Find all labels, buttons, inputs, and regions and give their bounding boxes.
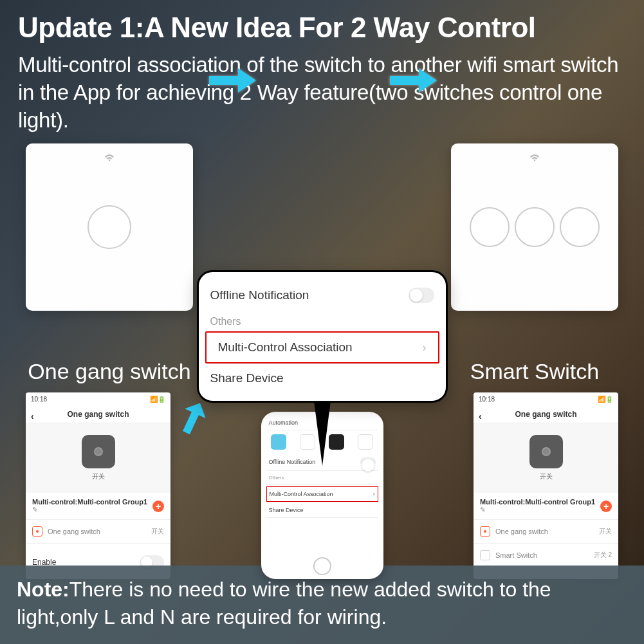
status-bar: 10:18📶🔋 xyxy=(26,392,170,406)
chevron-right-icon: › xyxy=(423,341,427,354)
header: Update 1:A New Idea For 2 Way Control xyxy=(0,0,644,49)
checkbox-icon[interactable] xyxy=(32,526,42,537)
switch-button[interactable] xyxy=(87,205,131,249)
share-device-row[interactable]: Share Device xyxy=(199,363,446,393)
device-preview: 开关 xyxy=(474,423,618,493)
toggle-icon[interactable] xyxy=(409,288,434,303)
left-app-screenshot: 10:18📶🔋 ‹ One gang switch 开关 Multi-contr… xyxy=(26,392,170,579)
back-icon[interactable]: ‹ xyxy=(479,411,482,421)
wifi-icon xyxy=(102,152,116,163)
offline-notification-row[interactable]: Offline Notification xyxy=(199,280,446,311)
footer-text: Note:There is no need to wire the new ad… xyxy=(17,576,627,631)
multi-control-row[interactable]: Multi-Control Association› xyxy=(266,486,378,502)
checkbox-icon[interactable] xyxy=(480,550,490,560)
home-button-icon[interactable] xyxy=(313,557,331,575)
list-item[interactable]: One gang switch 开关 xyxy=(474,520,618,544)
title-prefix: Update 1: xyxy=(18,12,144,43)
page-title: Update 1:A New Idea For 2 Way Control xyxy=(18,12,626,44)
right-app-screenshot: 10:18📶🔋 ‹ One gang switch 开关 Multi-contr… xyxy=(474,392,618,579)
group-name: Multi-control:Multi-control Group1 xyxy=(480,498,595,506)
alexa-icon[interactable] xyxy=(271,434,286,450)
switch-buttons xyxy=(87,205,131,249)
right-switch-label: Smart Switch xyxy=(451,359,618,384)
header-title: One gang switch xyxy=(67,410,129,419)
list-item[interactable]: Smart Switch 开关 2 xyxy=(474,544,618,567)
title-text: A New Idea For 2 Way Control xyxy=(144,12,536,43)
add-icon[interactable]: + xyxy=(152,501,164,512)
offline-label: Offline Notification xyxy=(210,288,309,302)
settings-popup: Offline Notification Others Multi-Contro… xyxy=(197,270,448,403)
device-preview: 开关 xyxy=(26,423,170,493)
wifi-icon xyxy=(528,152,542,163)
status-bar: 10:18📶🔋 xyxy=(474,392,618,406)
list-item[interactable]: One gang switch 开关 xyxy=(26,520,170,544)
note-prefix: Note: xyxy=(17,578,69,601)
switch-button[interactable] xyxy=(560,207,600,247)
multi-control-row[interactable]: Multi-Control Association › xyxy=(205,331,439,363)
group-header: Multi-control:Multi-control Group1 ✎ + xyxy=(474,493,618,520)
others-label: Others xyxy=(266,471,378,485)
group-name: Multi-control:Multi-control Group1 xyxy=(32,498,147,506)
back-icon[interactable]: ‹ xyxy=(31,411,34,421)
header-title: One gang switch xyxy=(515,410,576,419)
app-header: ‹ One gang switch xyxy=(26,406,170,423)
share-label: Share Device xyxy=(210,371,284,385)
edit-icon[interactable]: ✎ xyxy=(480,506,486,513)
signal-icon: 📶🔋 xyxy=(598,396,613,403)
chevron-right-icon: › xyxy=(373,491,375,497)
app-header: ‹ One gang switch xyxy=(474,406,618,423)
left-switch-label: One gang switch xyxy=(26,359,193,384)
tmall-icon[interactable] xyxy=(358,434,373,450)
arrow-right-icon xyxy=(387,64,438,97)
switch-button[interactable] xyxy=(470,207,510,247)
device-icon[interactable] xyxy=(82,435,115,468)
multi-control-label: Multi-Control Association xyxy=(218,340,353,354)
switch-button[interactable] xyxy=(515,207,555,247)
arrow-up-icon xyxy=(174,399,212,437)
left-switch-panel xyxy=(26,143,193,311)
others-section: Others xyxy=(199,311,446,331)
switch-buttons xyxy=(470,207,600,247)
note-text: There is no need to wire the new added s… xyxy=(17,578,551,629)
toggle-icon[interactable] xyxy=(360,457,376,466)
checkbox-icon[interactable] xyxy=(480,526,490,537)
device-label: 开关 xyxy=(26,472,170,481)
share-row[interactable]: Share Device xyxy=(266,503,378,518)
device-icon[interactable] xyxy=(529,435,563,468)
add-icon[interactable]: + xyxy=(600,501,612,512)
subtitle: Multi-control association of the switch … xyxy=(0,49,644,143)
right-switch-panel xyxy=(451,143,618,311)
device-label: 开关 xyxy=(474,472,618,481)
group-header: Multi-control:Multi-control Group1 ✎ + xyxy=(26,493,170,520)
edit-icon[interactable]: ✎ xyxy=(32,506,38,513)
arrow-right-icon xyxy=(206,64,257,97)
signal-icon: 📶🔋 xyxy=(150,396,165,403)
